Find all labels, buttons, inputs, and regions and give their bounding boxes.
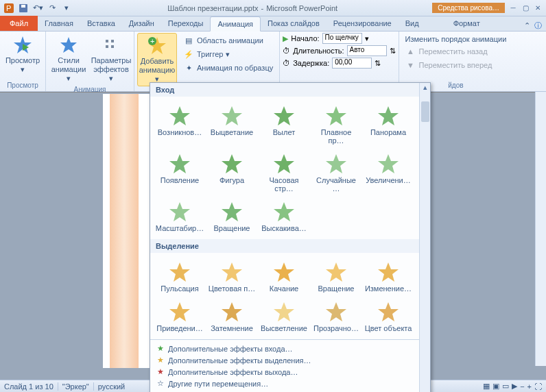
tab-format[interactable]: Формат (447, 16, 487, 31)
clock-icon: ⏱ (283, 47, 290, 55)
duration-input[interactable]: Авто (347, 45, 387, 56)
animation-styles-button[interactable]: Стили анимации▾ (49, 33, 88, 85)
svg-marker-6 (60, 37, 77, 53)
tab-animation[interactable]: Анимация (210, 16, 261, 32)
more-entry-effects[interactable]: ★Дополнительные эффекты входа… (153, 343, 427, 354)
tab-transitions[interactable]: Переходы (161, 16, 211, 31)
view-slideshow-icon[interactable]: ▶ (512, 382, 517, 391)
qat-more-icon[interactable]: ▾ (60, 2, 73, 14)
minimize-icon[interactable]: ─ (508, 3, 519, 13)
view-reading-icon[interactable]: ▭ (502, 382, 509, 391)
restore-icon[interactable]: ▢ (520, 3, 531, 13)
view-sorter-icon[interactable]: ▣ (492, 382, 499, 391)
more-exit-effects[interactable]: ★Дополнительные эффекты выхода… (153, 366, 427, 378)
move-earlier-button[interactable]: ▲Переместить назад (403, 45, 509, 58)
window-title: Шаблон презентации.pptx-Microsoft PowerP… (73, 4, 432, 12)
tab-review[interactable]: Рецензирование (327, 16, 399, 31)
effect-Часоваястр[interactable]: Часовая стр… (259, 149, 309, 195)
effect-Увеличени[interactable]: Увеличени… (363, 149, 414, 195)
star-effect-icon (219, 299, 244, 324)
reorder-title: Изменить порядок анимации (403, 34, 509, 44)
star-effect-icon (167, 260, 192, 284)
effect-Возникнов[interactable]: Возникнов… (154, 101, 205, 147)
effect-Фигура[interactable]: Фигура (206, 149, 257, 195)
start-select[interactable]: По щелчку (322, 33, 362, 44)
svg-rect-7 (106, 40, 108, 42)
move-later-button[interactable]: ▼Переместить вперед (403, 59, 509, 71)
more-emphasis-effects[interactable]: ★Дополнительные эффекты выделения… (153, 354, 427, 366)
effect-Качание[interactable]: Качание (259, 257, 309, 295)
language-indicator[interactable]: русский (98, 382, 125, 391)
effect-Высветление[interactable]: Высветление (259, 297, 309, 335)
delay-input[interactable]: 00,00 (332, 58, 372, 69)
effect-Появление[interactable]: Появление (154, 149, 205, 195)
app-icon[interactable]: P (3, 2, 15, 14)
svg-marker-32 (169, 302, 190, 321)
svg-rect-10 (111, 45, 114, 48)
close-icon[interactable]: ✕ (532, 3, 543, 13)
dropdown-footer: ★Дополнительные эффекты входа… ★Дополнит… (150, 339, 430, 392)
save-icon[interactable] (17, 2, 29, 14)
effect-Прозрачно[interactable]: Прозрачно… (311, 297, 361, 335)
entry-effects-grid: Возникнов…ВыцветаниеВылетПлавное пр…Пано… (150, 97, 430, 239)
preview-button[interactable]: Просмотр▾ (3, 33, 43, 75)
svg-marker-15 (222, 106, 242, 125)
dropdown-scrollbar[interactable]: ▴ (419, 83, 430, 392)
svg-marker-27 (169, 262, 190, 282)
scroll-up-icon[interactable]: ▴ (420, 83, 430, 92)
tab-slideshow[interactable]: Показ слайдов (261, 16, 327, 31)
emphasis-effects-grid: ПульсацияЦветовая п…КачаниеВращениеИзмен… (150, 253, 430, 339)
effect-Цветобъекта[interactable]: Цвет объекта (363, 297, 414, 335)
vertical-scrollbar[interactable] (535, 92, 546, 366)
effect-Плавноепр[interactable]: Плавное пр… (311, 101, 361, 147)
svg-rect-9 (106, 45, 108, 48)
add-animation-button[interactable]: + Добавить анимацию▾ (137, 33, 177, 86)
effect-options-button[interactable]: Параметры эффектов▾ (91, 33, 131, 85)
more-motion-paths[interactable]: ☆Другие пути перемещения… (153, 378, 427, 389)
svg-marker-35 (326, 302, 346, 321)
animation-painter-button[interactable]: ✦Анимация по образцу (181, 62, 275, 74)
effect-Вращение[interactable]: Вращение (206, 197, 257, 235)
view-normal-icon[interactable]: ▦ (483, 382, 490, 391)
effect-Случайные[interactable]: Случайные … (311, 149, 361, 195)
effect-Вылет[interactable]: Вылет (259, 101, 309, 147)
help-icon[interactable]: ⓘ (534, 21, 542, 31)
drawing-tools-tab[interactable]: Средства рисова… (432, 3, 505, 13)
star-effect-icon (324, 151, 348, 176)
effect-Выскакива[interactable]: Выскакива… (259, 197, 309, 235)
effect-Цветоваяп[interactable]: Цветовая п… (206, 257, 257, 295)
redo-icon[interactable]: ↷ (46, 2, 58, 14)
effect-Вращение[interactable]: Вращение (311, 257, 361, 295)
add-animation-dropdown: ▴ Вход Возникнов…ВыцветаниеВылетПлавное … (150, 82, 431, 392)
effect-Затемнение[interactable]: Затемнение (206, 297, 257, 335)
effect-Масштабир[interactable]: Масштабир… (154, 197, 205, 235)
effect-Пульсация[interactable]: Пульсация (154, 257, 205, 295)
tab-design[interactable]: Дизайн (122, 16, 161, 31)
fit-icon[interactable]: ⛶ (534, 382, 542, 391)
file-tab[interactable]: Файл (0, 16, 38, 31)
effect-Изменение[interactable]: Изменение… (363, 257, 414, 295)
star-outline-icon: ☆ (157, 379, 164, 388)
zoom-in-icon[interactable]: + (527, 382, 532, 391)
tab-insert[interactable]: Вставка (80, 16, 122, 31)
effect-Панорама[interactable]: Панорама (363, 101, 414, 147)
star-icon (58, 34, 80, 56)
zoom-out-icon[interactable]: − (520, 382, 524, 391)
star-effect-icon (167, 151, 192, 176)
star-effect-icon (167, 299, 192, 324)
theme-indicator[interactable]: "Эркер" (62, 382, 89, 391)
tab-view[interactable]: Вид (399, 16, 426, 31)
undo-icon[interactable]: ↶▾ (32, 2, 44, 14)
scroll-thumb[interactable] (421, 101, 429, 122)
effect-Приведени[interactable]: Приведени… (154, 297, 205, 335)
ole-actions: ⚙Команды действия OLE… (153, 389, 427, 392)
effect-Выцветание[interactable]: Выцветание (206, 101, 257, 147)
slide-indicator[interactable]: Слайд 1 из 10 (4, 382, 54, 391)
minimize-ribbon-icon[interactable]: ⌃ (524, 21, 530, 30)
star-effect-icon (272, 260, 296, 284)
star-brush-icon: ✦ (183, 62, 194, 73)
animation-pane-button[interactable]: ▤Область анимации (181, 34, 275, 47)
tab-home[interactable]: Главная (38, 16, 80, 31)
trigger-button[interactable]: ⚡Триггер ▾ (181, 48, 275, 60)
star-effect-icon (219, 151, 244, 176)
